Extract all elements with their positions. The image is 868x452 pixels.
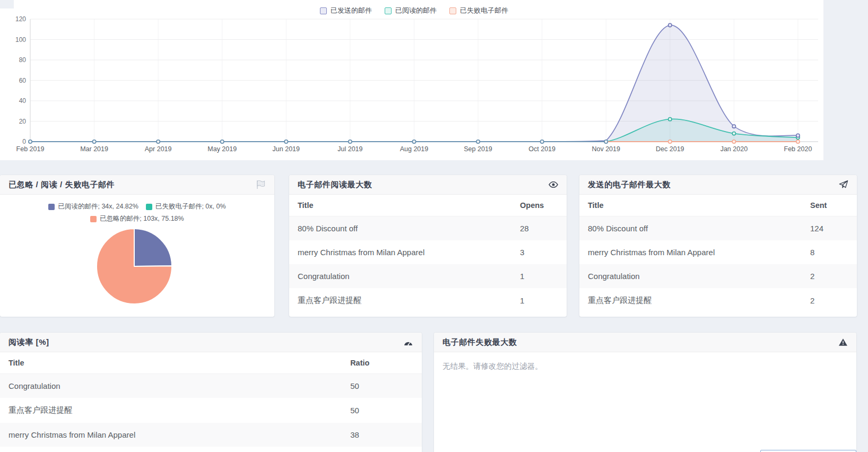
table-row: 重点客户跟进提醒50: [0, 398, 422, 423]
pie-legend-item-read[interactable]: 已阅读的邮件; 34x, 24.82%: [48, 202, 138, 211]
failed-card-header: 电子邮件失败最大数: [434, 333, 856, 352]
opens-card-header: 电子邮件阅读最大数: [289, 175, 567, 195]
table-row: merry Christmas from Milan Apparel8: [579, 240, 857, 264]
opens-table: TitleOpens80% Discount off28merry Christ…: [289, 195, 567, 313]
table-cell: Congratulation: [0, 374, 342, 398]
svg-text:Apr 2019: Apr 2019: [145, 145, 172, 153]
table-cell: 28: [511, 216, 567, 241]
table-row: 80% Discount off28: [289, 216, 567, 241]
table-cell: 50: [342, 374, 422, 398]
sent-table: TitleSent80% Discount off124merry Christ…: [579, 195, 857, 313]
svg-text:Feb 2019: Feb 2019: [16, 145, 45, 153]
table-cell: 50: [342, 398, 422, 423]
table-cell: Congratulation: [289, 264, 511, 288]
corner-popup: [760, 450, 856, 452]
sent-card-header: 发送的电子邮件最大数: [579, 175, 857, 195]
table-header-row: TitleRatio: [0, 352, 422, 374]
svg-text:May 2019: May 2019: [207, 145, 237, 153]
pie-legend: 已阅读的邮件; 34x, 24.82% 已失败电子邮件; 0x, 0% 已忽略的…: [46, 202, 229, 223]
table-cell: 38: [342, 423, 422, 447]
svg-text:Sep 2019: Sep 2019: [464, 145, 492, 153]
chart-legend: 已发送的邮件 已阅读的邮件 已失败电子邮件: [30, 6, 798, 15]
corner-notch: [0, 0, 14, 8]
ignored-pie-label: 已忽略的邮件; 103x, 75.18%: [100, 214, 184, 223]
table-cell: Congratulation: [579, 264, 802, 288]
read-legend-label: 已阅读的邮件: [395, 6, 437, 15]
table-row: merry Christmas from Milan Apparel38: [0, 423, 422, 447]
max-sent-card: 发送的电子邮件最大数 TitleSent80% Discount off124m…: [579, 175, 857, 317]
sent-card-title: 发送的电子邮件最大数: [588, 180, 671, 190]
table-row: Congratulation1: [289, 264, 567, 288]
dashboard-page: { "colors": { "page_bg": "#edf0f5", "fla…: [0, 0, 868, 452]
table-row: 80% Discount off124: [579, 216, 857, 241]
svg-text:120: 120: [15, 15, 26, 23]
read-ratio-card: 阅读率 [%] TitleRatioCongratulation50重点客户跟进…: [0, 333, 422, 452]
svg-text:Jan 2020: Jan 2020: [721, 145, 748, 153]
email-activity-chart-card: 已发送的邮件 已阅读的邮件 已失败电子邮件 Feb 2019Mar 2019Ap…: [0, 0, 823, 160]
pie-legend-item-ignored[interactable]: 已忽略的邮件; 103x, 75.18%: [90, 214, 184, 223]
failed-pie-chip: [146, 204, 152, 210]
table-cell: 1: [511, 264, 567, 288]
no-results-message: 无结果。请修改您的过滤器。: [434, 352, 856, 380]
ignored-read-failed-card: 已忽略 / 阅读 / 失败电子邮件 已阅读的邮件; 34x, 24.82% 已失…: [0, 175, 274, 317]
ratio-table: TitleRatioCongratulation50重点客户跟进提醒50merr…: [0, 352, 422, 447]
eye-icon: [549, 180, 558, 189]
warning-icon: [838, 338, 848, 346]
flag-icon: [256, 180, 266, 189]
table-cell: 2: [802, 288, 857, 313]
ratio-card-header: 阅读率 [%]: [0, 333, 422, 352]
svg-text:Oct 2019: Oct 2019: [528, 145, 555, 153]
table-header-cell: Title: [579, 195, 802, 216]
svg-text:Aug 2019: Aug 2019: [400, 145, 429, 153]
failed-pie-label: 已失败电子邮件; 0x, 0%: [155, 202, 226, 211]
table-cell: 重点客户跟进提醒: [0, 398, 342, 423]
pie-card-title: 已忽略 / 阅读 / 失败电子邮件: [8, 180, 115, 190]
table-header-row: TitleOpens: [289, 195, 567, 216]
pie-chart-svg: [0, 223, 274, 308]
table-header-cell: Sent: [802, 195, 857, 216]
table-row: merry Christmas from Milan Apparel3: [289, 240, 567, 264]
svg-text:60: 60: [19, 77, 27, 84]
table-header-cell: Title: [289, 195, 511, 216]
line-chart-svg: Feb 2019Mar 2019Apr 2019May 2019Jun 2019…: [0, 0, 823, 160]
table-cell: 重点客户跟进提醒: [289, 288, 511, 313]
max-failed-card: 电子邮件失败最大数 无结果。请修改您的过滤器。: [434, 333, 856, 452]
table-header-cell: Opens: [511, 195, 567, 216]
svg-text:Mar 2019: Mar 2019: [80, 145, 108, 153]
opens-card-title: 电子邮件阅读最大数: [298, 180, 372, 190]
pie-legend-item-failed[interactable]: 已失败电子邮件; 0x, 0%: [146, 202, 226, 211]
legend-item-sent[interactable]: 已发送的邮件: [320, 6, 372, 15]
svg-text:Jun 2019: Jun 2019: [273, 145, 300, 153]
read-pie-label: 已阅读的邮件; 34x, 24.82%: [58, 202, 138, 211]
table-cell: 3: [511, 240, 567, 264]
table-row: Congratulation2: [579, 264, 857, 288]
table-row: Congratulation50: [0, 374, 422, 398]
legend-item-read[interactable]: 已阅读的邮件: [385, 6, 437, 15]
table-cell: merry Christmas from Milan Apparel: [289, 240, 511, 264]
svg-text:0: 0: [22, 138, 26, 145]
svg-text:40: 40: [19, 97, 27, 105]
svg-text:100: 100: [15, 36, 26, 44]
svg-text:80: 80: [19, 56, 27, 64]
max-opens-card: 电子邮件阅读最大数 TitleOpens80% Discount off28me…: [289, 175, 567, 317]
legend-item-failed[interactable]: 已失败电子邮件: [449, 6, 508, 15]
table-cell: 124: [802, 216, 857, 241]
table-cell: merry Christmas from Milan Apparel: [579, 240, 802, 264]
failed-legend-label: 已失败电子邮件: [460, 6, 508, 15]
svg-text:Jul 2019: Jul 2019: [337, 145, 362, 153]
table-cell: 2: [802, 264, 857, 288]
table-cell: 80% Discount off: [579, 216, 802, 241]
table-row: 重点客户跟进提醒1: [289, 288, 567, 313]
read-pie-chip: [48, 204, 55, 210]
sent-legend-label: 已发送的邮件: [331, 6, 372, 15]
table-cell: 1: [511, 288, 567, 313]
table-header-cell: Ratio: [342, 352, 422, 374]
svg-text:Feb 2020: Feb 2020: [784, 145, 812, 153]
read-legend-chip: [385, 7, 392, 14]
failed-card-title: 电子邮件失败最大数: [442, 337, 517, 347]
table-header-row: TitleSent: [579, 195, 857, 216]
failed-legend-chip: [449, 7, 456, 14]
pie-card-header: 已忽略 / 阅读 / 失败电子邮件: [0, 175, 274, 195]
table-row: 重点客户跟进提醒2: [579, 288, 857, 313]
table-cell: merry Christmas from Milan Apparel: [0, 423, 342, 447]
